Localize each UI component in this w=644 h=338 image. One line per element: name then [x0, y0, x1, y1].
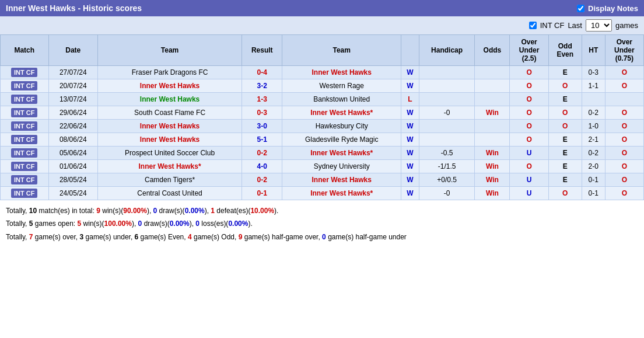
col-over-under075: OverUnder(0.75) — [605, 35, 643, 66]
cell-over-under25: O — [510, 133, 548, 147]
cell-team2: Inner West Hawks* — [282, 106, 401, 120]
cell-handicap — [419, 66, 475, 79]
table-row: INT CF 27/07/24 Fraser Park Dragons FC 0… — [1, 66, 644, 79]
cell-team2: Inner West Hawks — [282, 173, 401, 187]
display-notes-label: Display Notes — [588, 4, 638, 13]
col-ht: HT — [582, 35, 605, 66]
cell-wl: W — [401, 79, 419, 93]
cell-odd-even: O — [548, 106, 582, 120]
scores-table: Match Date Team Result Team Handicap Odd… — [0, 34, 644, 200]
cell-team1: Prospect United Soccer Club — [97, 147, 242, 160]
cell-odds — [475, 79, 510, 93]
cell-team1: Inner West Hawks* — [97, 160, 242, 173]
cell-handicap: +0/0.5 — [419, 173, 475, 187]
cell-result: 0-2 — [242, 147, 282, 160]
cell-team1: South Coast Flame FC — [97, 106, 242, 120]
cell-handicap — [419, 133, 475, 147]
cell-result: 1-3 — [242, 93, 282, 106]
cell-over-under075: O — [605, 120, 643, 133]
display-notes-control: Display Notes — [577, 4, 638, 13]
cell-over-under25: O — [510, 106, 548, 120]
cell-team1: Inner West Hawks — [97, 120, 242, 133]
table-row: INT CF 01/06/24 Inner West Hawks* 4-0 Sy… — [1, 160, 644, 173]
cell-over-under075: O — [605, 133, 643, 147]
cell-odd-even: E — [548, 173, 582, 187]
cell-ht: 0-1 — [582, 187, 605, 200]
cell-wl: W — [401, 173, 419, 187]
cell-wl: W — [401, 66, 419, 79]
col-match: Match — [1, 35, 49, 66]
summary-line3: Totally, 7 game(s) over, 3 game(s) under… — [6, 231, 638, 243]
cell-odds — [475, 66, 510, 79]
cell-over-under075: O — [605, 106, 643, 120]
cell-date: 27/07/24 — [48, 66, 97, 79]
cell-odds: Win — [475, 160, 510, 173]
col-odds: Odds — [475, 35, 510, 66]
cell-team1: Camden Tigers* — [97, 173, 242, 187]
col-date: Date — [48, 35, 97, 66]
cell-match: INT CF — [1, 133, 49, 147]
cell-over-under075 — [605, 93, 643, 106]
table-row: INT CF 05/06/24 Prospect United Soccer C… — [1, 147, 644, 160]
cell-wl: L — [401, 93, 419, 106]
cell-ht: 0-3 — [582, 66, 605, 79]
cell-odds: Win — [475, 173, 510, 187]
table-row: INT CF 20/07/24 Inner West Hawks 3-2 Wes… — [1, 79, 644, 93]
cell-ht: 0-2 — [582, 147, 605, 160]
cell-ht: 1-0 — [582, 120, 605, 133]
cell-wl: W — [401, 120, 419, 133]
cell-date: 28/05/24 — [48, 173, 97, 187]
cell-over-under25: O — [510, 66, 548, 79]
cell-over-under25: U — [510, 147, 548, 160]
table-row: INT CF 22/06/24 Inner West Hawks 3-0 Haw… — [1, 120, 644, 133]
int-cf-checkbox[interactable] — [529, 22, 537, 29]
cell-date: 08/06/24 — [48, 133, 97, 147]
cell-wl: W — [401, 106, 419, 120]
last-games-select[interactable]: 10 20 5 — [586, 19, 612, 32]
cell-over-under075: O — [605, 147, 643, 160]
cell-over-under25: O — [510, 93, 548, 106]
cell-match: INT CF — [1, 120, 49, 133]
cell-date: 22/06/24 — [48, 120, 97, 133]
cell-ht: 0-1 — [582, 173, 605, 187]
page-title: Inner West Hawks - Historic scores — [6, 4, 142, 13]
cell-over-under25: O — [510, 79, 548, 93]
cell-ht — [582, 93, 605, 106]
cell-odds — [475, 120, 510, 133]
cell-odd-even: O — [548, 120, 582, 133]
int-cf-label: INT CF — [540, 21, 565, 30]
cell-team1: Fraser Park Dragons FC — [97, 66, 242, 79]
cell-odds: Win — [475, 187, 510, 200]
cell-match: INT CF — [1, 173, 49, 187]
cell-wl: W — [401, 147, 419, 160]
cell-odd-even: E — [548, 66, 582, 79]
summary-line2: Totally, 5 games open: 5 win(s)(100.00%)… — [6, 218, 638, 229]
cell-result: 3-2 — [242, 79, 282, 93]
cell-over-under075: O — [605, 160, 643, 173]
cell-match: INT CF — [1, 147, 49, 160]
cell-team2: Hawkesbury City — [282, 120, 401, 133]
cell-match: INT CF — [1, 66, 49, 79]
col-team1: Team — [97, 35, 242, 66]
cell-odd-even: O — [548, 79, 582, 93]
cell-date: 29/06/24 — [48, 106, 97, 120]
cell-match: INT CF — [1, 187, 49, 200]
cell-match: INT CF — [1, 79, 49, 93]
col-wl — [401, 35, 419, 66]
cell-match: INT CF — [1, 160, 49, 173]
cell-handicap — [419, 93, 475, 106]
cell-handicap: -0 — [419, 187, 475, 200]
cell-over-under075: O — [605, 187, 643, 200]
cell-odds — [475, 93, 510, 106]
cell-handicap — [419, 120, 475, 133]
col-team2: Team — [282, 35, 401, 66]
summary-line1: Totally, 10 match(es) in total: 9 win(s)… — [6, 205, 638, 217]
cell-team2: Bankstown United — [282, 93, 401, 106]
display-notes-checkbox[interactable] — [577, 5, 584, 12]
cell-wl: W — [401, 187, 419, 200]
cell-wl: W — [401, 160, 419, 173]
cell-team1: Inner West Hawks — [97, 79, 242, 93]
cell-team2: Western Rage — [282, 79, 401, 93]
controls-bar: INT CF Last 10 20 5 games — [0, 16, 644, 34]
cell-team2: Gladesville Ryde Magic — [282, 133, 401, 147]
